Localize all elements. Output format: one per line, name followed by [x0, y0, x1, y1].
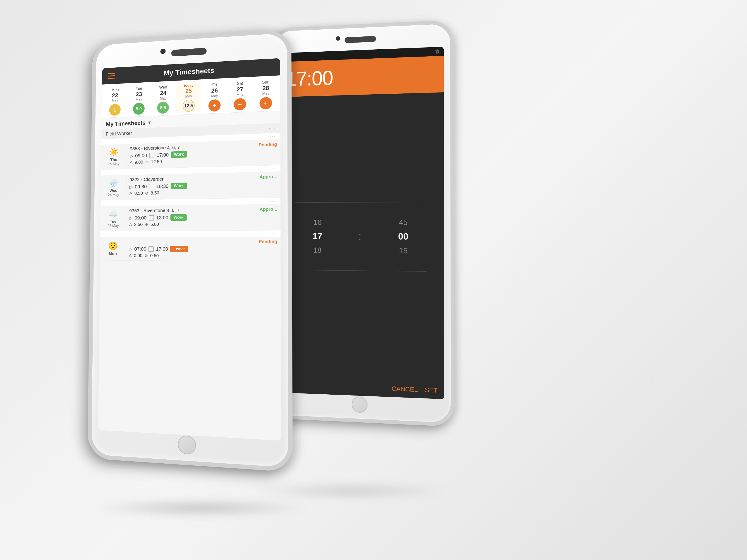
- entry1-machine-icon: ⚙: [145, 160, 149, 164]
- cal-wed-label: Wed: [159, 85, 167, 90]
- tp-scroll-area[interactable]: 16 17 18 : 45 00 15: [278, 92, 444, 382]
- cal-mon-label: Mon: [111, 87, 119, 92]
- section-title: My Timesheets: [106, 119, 146, 128]
- tp-hour-18[interactable]: 18: [313, 245, 321, 254]
- entry3-status: Appro...: [259, 206, 277, 212]
- entry2-status: Appro...: [259, 174, 277, 180]
- cal-sun-badge[interactable]: +: [259, 97, 272, 109]
- hamburger-line-3: [107, 78, 115, 79]
- cal-mon-badge[interactable]: L: [109, 104, 121, 116]
- cal-day-today[interactable]: today 25 May 12.5: [176, 82, 201, 113]
- hamburger-menu-icon[interactable]: [107, 73, 115, 79]
- entry3-person-icon: A: [129, 222, 132, 227]
- tp-min-15[interactable]: 15: [399, 246, 408, 255]
- entry2-day: Wed: [109, 188, 118, 193]
- cal-sun-month: May: [262, 91, 269, 96]
- phone1-vol-up-button: [90, 127, 94, 151]
- entry1-end-time[interactable]: 17:00: [157, 152, 169, 158]
- entry2-end-time[interactable]: 18:30: [156, 183, 169, 189]
- cal-fri-badge[interactable]: +: [208, 99, 221, 112]
- entry4-dots: ···: [100, 230, 281, 237]
- entry1-time-separator: [149, 153, 154, 158]
- entry3-date: 23 May: [107, 224, 119, 228]
- entry3-top-row: 9353 - Riverstone 4, 6, 7 Appro...: [129, 206, 277, 213]
- tp-minutes-column[interactable]: 45 00 15: [363, 97, 444, 378]
- entry1-day: Thu: [110, 158, 117, 162]
- cal-fri-label: Fri: [212, 82, 217, 87]
- phone1-speaker: [171, 48, 206, 57]
- entry3-block: ☁️ Tue 23 May 9353 - Riverstone 4, 6, 7 …: [101, 204, 281, 231]
- cal-today-label: today: [184, 83, 194, 88]
- tp-hour-17-selected[interactable]: 17: [312, 231, 323, 241]
- cal-day-wed[interactable]: Wed 24 May 8.5: [152, 85, 175, 114]
- entry4-start-time[interactable]: 07:00: [134, 246, 146, 252]
- phone1-home-button[interactable]: [178, 435, 196, 455]
- phone2-screen: 🗑 apse 17:00 16 17 18: [278, 47, 444, 399]
- tp-hour-16[interactable]: 16: [313, 218, 322, 227]
- entry2-machine-icon: ⚙: [145, 191, 149, 196]
- cal-tue-num: 23: [136, 91, 142, 98]
- entry4-weather-icon: 😟: [108, 241, 118, 251]
- tp-colon-divider: :: [356, 99, 364, 375]
- phone2-shell: 🗑 apse 17:00 16 17 18: [268, 20, 455, 427]
- time-picker-app: 🗑 apse 17:00 16 17 18: [278, 47, 444, 399]
- entry4-hours-row: A 0.00 ⚙ 0.50: [129, 253, 277, 259]
- cal-sat-num: 27: [236, 86, 243, 93]
- phone2-shadow: [249, 485, 453, 497]
- phone1-mute-button: [91, 105, 94, 121]
- entry4-hours: 0.00: [134, 253, 143, 258]
- cal-sat-badge[interactable]: +: [234, 98, 246, 111]
- tp-min-00-selected[interactable]: 00: [398, 231, 408, 242]
- entry1-hours: 9.00: [135, 160, 143, 165]
- worker-more-dots[interactable]: ···: [269, 125, 276, 131]
- cal-day-mon[interactable]: Mon 22 May L: [104, 87, 126, 116]
- entry2-machine-hours: 8.50: [151, 190, 159, 195]
- entry4-leave-badge: Leave: [170, 246, 188, 252]
- entry4-status: Pending: [259, 239, 277, 244]
- entries-scroll[interactable]: ··· ☀️ Thu 25 May 9353 - Riverstone 4, 6…: [98, 133, 281, 438]
- entry3-times-row[interactable]: ▷ 09:00 12:00 Work: [129, 213, 277, 221]
- cal-tue-badge[interactable]: 5.0: [133, 103, 145, 115]
- entry3-hours: 2.50: [134, 222, 143, 227]
- app-title: My Timesheets: [164, 66, 214, 77]
- entry2-work-badge: Work: [171, 183, 187, 189]
- cal-day-sun[interactable]: Sun 28 May +: [254, 79, 278, 110]
- entry1-weather-icon: ☀️: [109, 147, 119, 157]
- phone1-device: My Timesheets Mon 22 May L: [87, 28, 293, 472]
- entry1-start-time[interactable]: 09:00: [135, 153, 147, 159]
- tp-orange-header: 17:00: [280, 56, 444, 97]
- entry4-play-icon: ▷: [129, 246, 132, 252]
- cal-wed-num: 24: [160, 89, 166, 97]
- entry4-end-time[interactable]: 17:00: [156, 246, 168, 252]
- phone2-camera: [336, 36, 340, 41]
- cal-day-sat[interactable]: Sat 27 May +: [228, 81, 252, 111]
- cal-day-fri[interactable]: Fri 26 May +: [203, 82, 226, 112]
- cal-fri-month: May: [211, 94, 218, 98]
- hamburger-line-2: [108, 75, 115, 77]
- cal-today-badge[interactable]: 12.5: [182, 100, 195, 112]
- entry2-play-icon: ▷: [129, 184, 133, 190]
- entry2-start-time[interactable]: 09:30: [135, 184, 147, 190]
- entry3-end-time[interactable]: 12:00: [156, 215, 169, 221]
- cal-wed-badge[interactable]: 8.5: [157, 102, 169, 114]
- entry4-time-separator: [149, 246, 154, 252]
- cal-day-tue[interactable]: Tue 23 May 5.0: [128, 86, 150, 115]
- tp-cancel-button[interactable]: CANCEL: [392, 385, 418, 394]
- cal-today-month: May: [185, 95, 192, 99]
- entry2-job: 9322 - Cloverden: [129, 176, 164, 182]
- tp-set-button[interactable]: SET: [425, 386, 438, 394]
- cal-tue-month: May: [136, 98, 142, 102]
- cal-sun-num: 28: [262, 85, 269, 92]
- entry4-times-row[interactable]: ▷ 07:00 17:00 Leave: [129, 246, 277, 252]
- phone1-screen: My Timesheets Mon 22 May L: [98, 58, 281, 441]
- entry1-date-col: ☀️ Thu 25 May: [101, 144, 127, 169]
- entry2-block: 🌧️ Wed 24 May 9322 - Cloverden Appro... …: [101, 171, 281, 201]
- cal-fri-num: 26: [211, 87, 218, 95]
- entry1-play-icon: ▷: [130, 153, 133, 159]
- entry3-start-time[interactable]: 09:00: [134, 215, 147, 221]
- entry3-work-badge: Work: [171, 214, 187, 221]
- trash-icon[interactable]: 🗑: [435, 48, 440, 55]
- dropdown-arrow-icon[interactable]: ▼: [147, 120, 151, 125]
- tp-min-45[interactable]: 45: [399, 218, 408, 226]
- entry3-machine-icon: ⚙: [145, 222, 149, 227]
